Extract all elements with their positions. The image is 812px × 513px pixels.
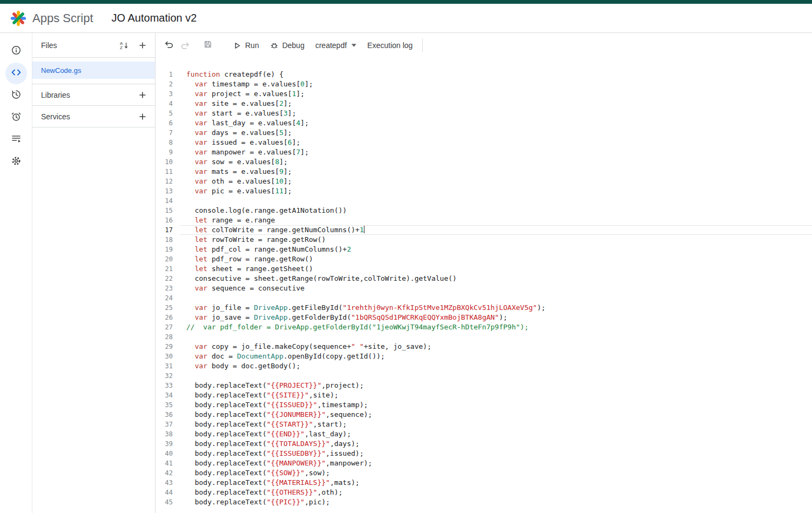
line-number[interactable]: 39 [155,439,180,449]
file-item-newcode[interactable]: NewCode.gs [32,62,155,79]
line-number[interactable]: 23 [155,284,180,293]
line-number[interactable]: 33 [155,381,180,390]
code-line-text[interactable]: var sow = e.values[8]; [180,157,812,167]
code-line-text[interactable]: var project = e.values[1]; [180,89,812,99]
line-number[interactable]: 31 [155,361,180,371]
project-history-nav-button[interactable] [5,85,27,106]
function-selector-dropdown[interactable]: createpdf [310,38,362,53]
line-number[interactable]: 29 [155,342,180,352]
project-title[interactable]: JO Automation v2 [112,12,197,24]
save-button[interactable] [200,37,216,53]
line-number[interactable]: 11 [155,167,180,177]
code-line-text[interactable]: let pdf_row = range.getRow() [180,254,812,264]
line-number[interactable]: 20 [155,254,180,264]
line-number[interactable]: 8 [155,138,180,147]
code-line-text[interactable]: var issued = e.values[6]; [180,138,812,147]
code-line-text[interactable]: body.replaceText("{{START}}",start); [180,420,812,429]
code-line[interactable]: 20 let pdf_row = range.getRow() [155,254,812,264]
code-line[interactable]: 2 var timestamp = e.values[0]; [155,79,812,89]
code-line-text[interactable]: var jo_save = DriveApp.getFolderById("1b… [180,313,812,322]
code-line[interactable]: 5 var start = e.values[3]; [155,109,812,118]
code-line-text[interactable]: var sequence = consecutive [180,284,812,293]
code-line-text[interactable]: body.replaceText("{{OTHERS}}",oth); [180,488,812,497]
sort-az-icon[interactable]: AZ [119,40,129,50]
line-number[interactable]: 26 [155,313,180,322]
code-line[interactable]: 32 [155,371,812,381]
code-line-text[interactable]: var doc = DocumentApp.openById(copy.getI… [180,352,812,361]
code-line[interactable]: 12 var oth = e.values[10]; [155,177,812,186]
code-line-text[interactable]: // var pdf_folder = DriveApp.getFolderBy… [180,322,812,332]
code-line-text[interactable]: body.replaceText("{{PIC}}",pic); [180,497,812,507]
line-number[interactable]: 3 [155,89,180,99]
code-line[interactable]: 24 [155,293,812,303]
line-number[interactable]: 40 [155,449,180,458]
code-line-text[interactable]: let sheet = range.getSheet() [180,264,812,274]
code-line[interactable]: 31 var body = doc.getBody(); [155,361,812,371]
settings-nav-button[interactable] [5,151,27,173]
code-line-text[interactable]: body.replaceText("{{MATERIALS}}",mats); [180,478,812,488]
add-library-icon[interactable] [138,90,147,100]
code-line[interactable]: 42 body.replaceText("{{SOW}}",sow); [155,468,812,478]
undo-button[interactable] [161,37,177,53]
code-line-text[interactable]: var start = e.values[3]; [180,109,812,118]
line-number[interactable]: 19 [155,245,180,254]
code-line[interactable]: 18 let rowToWrite = range.getRow() [155,235,812,245]
code-line-text[interactable]: function createpdf(e) { [180,70,812,79]
code-line[interactable]: 45 body.replaceText("{{PIC}}",pic); [155,497,812,507]
line-number[interactable]: 36 [155,410,180,420]
code-line-text[interactable] [180,196,812,206]
line-number[interactable]: 45 [155,497,180,507]
code-line[interactable]: 17 let colToWrite = range.getNumColumns(… [155,225,812,235]
line-number[interactable]: 32 [155,371,180,381]
code-line[interactable]: 36 body.replaceText("{{JONUMBER}}",seque… [155,410,812,420]
line-number[interactable]: 16 [155,215,180,225]
code-line-text[interactable]: var manpower = e.values[7]; [180,147,812,157]
line-number[interactable]: 7 [155,128,180,138]
code-line-text[interactable]: body.replaceText("{{END}}",last_day); [180,429,812,439]
code-line[interactable]: 16 let range = e.range [155,215,812,225]
line-number[interactable]: 2 [155,79,180,89]
code-line-text[interactable]: var pic = e.values[11]; [180,186,812,196]
code-line-text[interactable] [180,371,812,381]
code-line[interactable]: 27// var pdf_folder = DriveApp.getFolder… [155,322,812,332]
code-line-text[interactable]: body.replaceText("{{ISSUED}}",timestamp)… [180,400,812,410]
executions-nav-button[interactable] [5,129,27,151]
line-number[interactable]: 43 [155,478,180,488]
code-line[interactable]: 13 var pic = e.values[11]; [155,186,812,196]
code-line-text[interactable]: body.replaceText("{{MANPOWER}}",manpower… [180,458,812,468]
code-line-text[interactable]: var oth = e.values[10]; [180,177,812,186]
code-line[interactable]: 15 console.log(e.range.getA1Notation()) [155,206,812,215]
code-line[interactable]: 11 var mats = e.values[9]; [155,167,812,177]
code-line[interactable]: 40 body.replaceText("{{ISSUEDBY}}",issue… [155,449,812,458]
code-line-text[interactable]: var site = e.values[2]; [180,99,812,109]
code-line[interactable]: 25 var jo_file = DriveApp.getFileById("1… [155,303,812,313]
code-line[interactable]: 38 body.replaceText("{{END}}",last_day); [155,429,812,439]
code-line-text[interactable]: var mats = e.values[9]; [180,167,812,177]
code-line[interactable]: 35 body.replaceText("{{ISSUED}}",timesta… [155,400,812,410]
code-line-text[interactable]: var copy = jo_file.makeCopy(sequence+" "… [180,342,812,352]
code-line-text[interactable]: var days = e.values[5]; [180,128,812,138]
redo-button[interactable] [177,37,193,53]
line-number[interactable]: 9 [155,147,180,157]
run-button[interactable]: Run [228,38,265,53]
code-line[interactable]: 8 var issued = e.values[6]; [155,138,812,147]
code-line[interactable]: 37 body.replaceText("{{START}}",start); [155,420,812,429]
code-line-text[interactable]: body.replaceText("{{JONUMBER}}",sequence… [180,410,812,420]
code-line[interactable]: 19 let pdf_col = range.getNumColumns()+2 [155,245,812,254]
line-number[interactable]: 6 [155,118,180,128]
line-number[interactable]: 25 [155,303,180,313]
code-line-text[interactable]: let colToWrite = range.getNumColumns()+1 [180,225,812,235]
code-line[interactable]: 10 var sow = e.values[8]; [155,157,812,167]
code-line-text[interactable]: consecutive = sheet.getRange(rowToWrite,… [180,274,812,284]
code-line-text[interactable] [180,332,812,342]
line-number[interactable]: 12 [155,177,180,186]
overview-nav-button[interactable] [5,40,27,62]
code-line-text[interactable]: var timestamp = e.values[0]; [180,79,812,89]
line-number[interactable]: 22 [155,274,180,284]
code-line[interactable]: 6 var last_day = e.values[4]; [155,118,812,128]
code-line-text[interactable]: var jo_file = DriveApp.getFileById("1reh… [180,303,812,313]
line-number[interactable]: 15 [155,206,180,215]
execution-log-button[interactable]: Execution log [362,38,418,53]
line-number[interactable]: 21 [155,264,180,274]
code-line[interactable]: 9 var manpower = e.values[7]; [155,147,812,157]
